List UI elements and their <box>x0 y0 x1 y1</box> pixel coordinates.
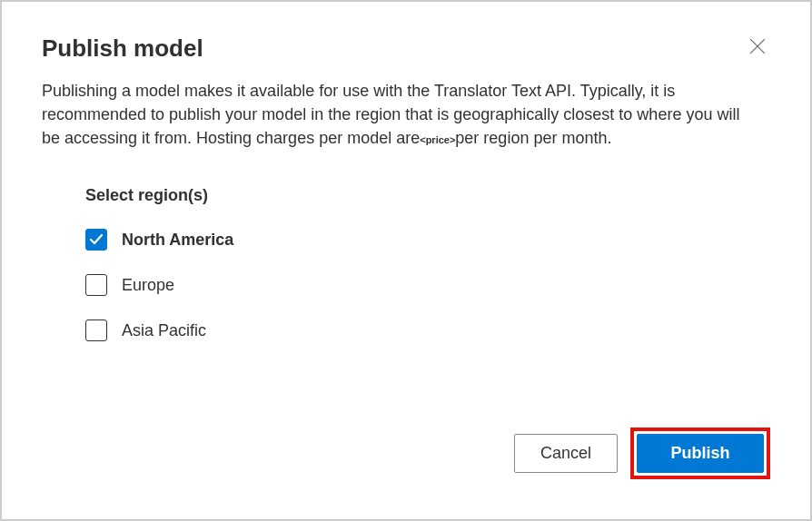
price-placeholder: <price> <box>420 134 455 145</box>
cancel-button[interactable]: Cancel <box>514 434 618 473</box>
region-section: Select region(s) North America Europe <box>85 186 770 341</box>
checkbox-europe[interactable] <box>85 274 107 296</box>
dialog-footer: Cancel Publish <box>514 428 770 479</box>
publish-model-dialog: Publish model Publishing a model makes i… <box>2 2 810 519</box>
dialog-title: Publish model <box>42 34 770 63</box>
region-list: North America Europe Asia Pacific <box>85 229 770 341</box>
close-icon <box>749 44 766 57</box>
dialog-description: Publishing a model makes it available fo… <box>42 79 741 150</box>
close-button[interactable] <box>748 38 767 56</box>
checkbox-north-america[interactable] <box>85 229 107 251</box>
region-item-asia-pacific[interactable]: Asia Pacific <box>85 319 770 341</box>
region-name: North America <box>122 231 233 250</box>
description-post: per region per month. <box>455 129 611 147</box>
region-item-north-america[interactable]: North America <box>85 229 770 251</box>
checkbox-asia-pacific[interactable] <box>85 319 107 341</box>
checkmark-icon <box>89 232 104 247</box>
description-pre: Publishing a model makes it available fo… <box>42 82 739 147</box>
region-label: Select region(s) <box>85 186 770 205</box>
region-name: Europe <box>122 276 174 295</box>
publish-button[interactable]: Publish <box>637 434 764 473</box>
region-name: Asia Pacific <box>122 321 206 340</box>
region-item-europe[interactable]: Europe <box>85 274 770 296</box>
publish-button-highlight: Publish <box>630 428 770 479</box>
